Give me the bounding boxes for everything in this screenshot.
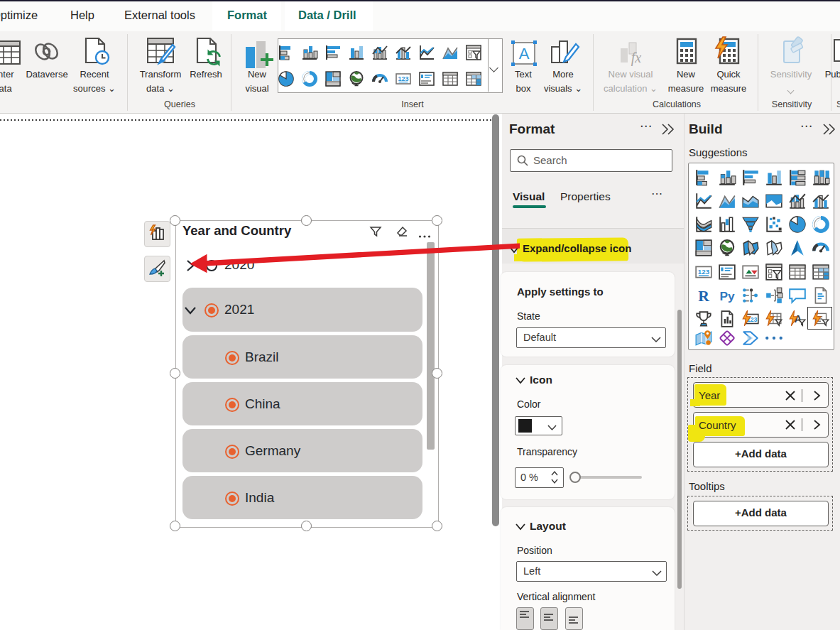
svg-text:fx: fx <box>631 50 642 66</box>
svg-text:123: 123 <box>698 268 710 276</box>
svg-text:123: 123 <box>398 75 408 82</box>
svg-text:A: A <box>519 45 530 63</box>
svg-text:R: R <box>698 288 709 305</box>
svg-text:Py: Py <box>719 289 735 303</box>
